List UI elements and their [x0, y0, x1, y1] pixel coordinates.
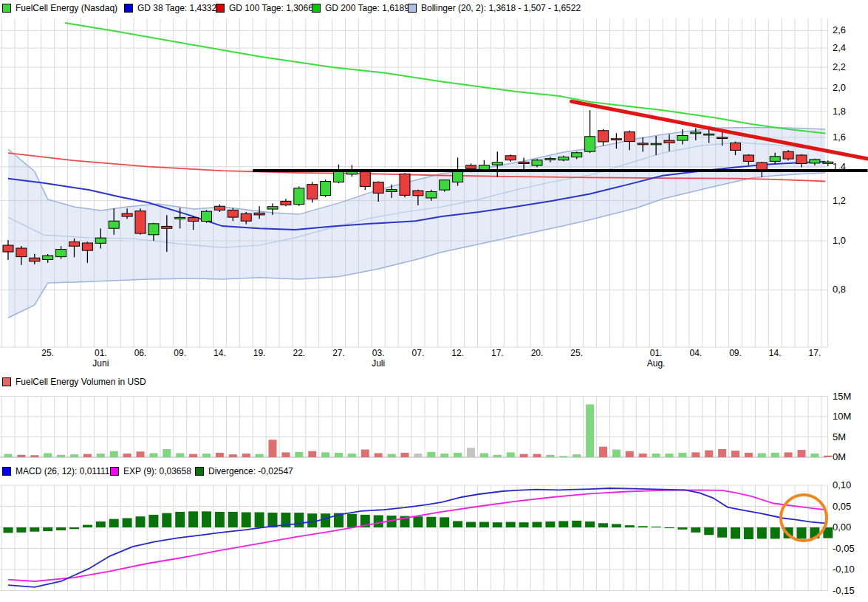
- date-tick-label: 06.: [134, 348, 147, 358]
- volume-bar: [97, 454, 105, 457]
- candle-body: [3, 245, 13, 252]
- candle-body: [122, 213, 132, 216]
- divergence-bar: [374, 515, 383, 527]
- candle-body: [162, 226, 172, 228]
- volume-bar: [546, 455, 554, 457]
- price-tick-label: 1,0: [833, 235, 846, 246]
- legend-label: GD 100 Tage: 1,3066: [229, 3, 313, 13]
- candle-body: [664, 140, 674, 143]
- volume-bar: [70, 454, 78, 457]
- candle-body: [756, 163, 767, 170]
- legend-label: Divergence: -0,02547: [208, 466, 293, 476]
- candle-body: [823, 162, 833, 163]
- divergence-bar: [175, 512, 185, 527]
- volume-bar: [335, 453, 343, 457]
- candle-body: [704, 134, 714, 135]
- divergence-bar: [242, 512, 251, 527]
- candle-body: [638, 143, 648, 145]
- divergence-bar: [770, 527, 780, 538]
- candle-body: [611, 139, 621, 140]
- volume-bar: [493, 455, 502, 457]
- volume-bar: [599, 447, 607, 457]
- volume-bar: [691, 452, 700, 457]
- candle-body: [228, 210, 238, 217]
- date-tick-label: 01.: [95, 348, 107, 358]
- divergence-bar: [466, 522, 476, 527]
- gd100-swatch-icon: [216, 4, 225, 13]
- divergence-bar: [83, 525, 92, 527]
- volume-bar: [810, 454, 819, 457]
- candle-body: [545, 159, 556, 160]
- candle-body: [585, 137, 595, 151]
- candle-body: [56, 250, 66, 257]
- gd38-swatch-icon: [124, 4, 133, 13]
- legend-item-divergence: Divergence: -0,02547: [195, 466, 293, 476]
- divergence-bar: [479, 522, 489, 527]
- candle-body: [82, 243, 92, 250]
- candle-body: [16, 248, 27, 257]
- legend-label: EXP (9): 0,03658: [123, 466, 191, 476]
- date-tick-label: 22.: [293, 348, 305, 358]
- legend-item-instrument: FuelCell Energy (Nasdaq): [2, 3, 117, 13]
- price-axis-labels: 2,62,42,22,01,81,61,41,21,00,8: [833, 24, 846, 295]
- volume-bar: [507, 452, 515, 457]
- volume-bar: [57, 455, 65, 457]
- volume-bar: [110, 451, 118, 457]
- candle-body: [43, 256, 53, 259]
- divergence-bar: [612, 524, 621, 527]
- chart-canvas: 2,62,42,22,01,81,61,41,21,00,825.01.06.0…: [0, 0, 868, 602]
- date-tick-label: 20.: [531, 348, 544, 358]
- candle-body: [691, 132, 701, 134]
- volume-bar: [467, 448, 475, 457]
- price-tick-label: 1,8: [833, 106, 846, 117]
- candle-body: [267, 207, 278, 209]
- divergence-bar: [677, 527, 687, 530]
- volume-panel: 15M10M5M0M: [0, 391, 851, 463]
- legend-label: MACD (26, 12): 0,01111: [16, 466, 109, 476]
- volume-swatch-icon: [2, 377, 11, 386]
- divergence-bar: [625, 525, 635, 527]
- legend-label: FuelCell Energy (Nasdaq): [16, 3, 117, 13]
- volume-bar: [163, 449, 171, 457]
- bollinger-swatch-icon: [408, 4, 417, 13]
- date-tick-label: 25.: [570, 348, 583, 358]
- candle-body: [453, 171, 463, 182]
- divergence-bar: [43, 527, 52, 531]
- candle-body: [743, 155, 753, 161]
- legend-item-gd100: GD 100 Tage: 1,3066: [216, 3, 313, 13]
- volume-bar: [626, 451, 634, 457]
- divergence-bar: [585, 521, 595, 527]
- date-tick-label: 25.: [41, 348, 54, 358]
- candle-body: [440, 180, 450, 190]
- candle-body: [175, 217, 185, 219]
- month-label: Aug.: [647, 358, 666, 369]
- volume-tick-label: 10M: [833, 411, 851, 422]
- divergence-bar: [757, 527, 767, 538]
- legend-item-volume: FuelCell Energy Volumen in USD: [2, 377, 146, 387]
- date-tick-label: 17.: [491, 348, 504, 358]
- volume-bar: [559, 456, 567, 457]
- volume-bar: [137, 451, 145, 457]
- date-tick-label: 17.: [809, 348, 821, 358]
- volume-bar: [176, 454, 184, 458]
- candle-body: [796, 155, 807, 164]
- divergence-bar: [519, 522, 529, 527]
- date-tick-label: 09.: [729, 348, 742, 358]
- legend-item-gd200: GD 200 Tage: 1,6189: [312, 3, 409, 13]
- candle-body: [281, 201, 291, 205]
- gd200-swatch-icon: [312, 4, 321, 13]
- divergence-bar: [797, 527, 807, 538]
- divergence-bar: [506, 522, 516, 527]
- volume-bar: [4, 454, 13, 457]
- divergence-bar: [30, 527, 39, 532]
- volume-bar: [149, 454, 157, 458]
- candle-body: [373, 182, 383, 193]
- price-tick-label: 2,0: [833, 82, 846, 93]
- macd-tick-label: 0,10: [833, 479, 851, 490]
- month-label: Juli: [372, 358, 385, 369]
- price-tick-label: 1,6: [833, 131, 846, 143]
- macd-panel: 0,100,050,00-0,05-0,10-0,15: [0, 479, 855, 596]
- candle-body: [148, 224, 159, 235]
- divergence-bar: [321, 513, 330, 527]
- volume-bar: [83, 454, 92, 457]
